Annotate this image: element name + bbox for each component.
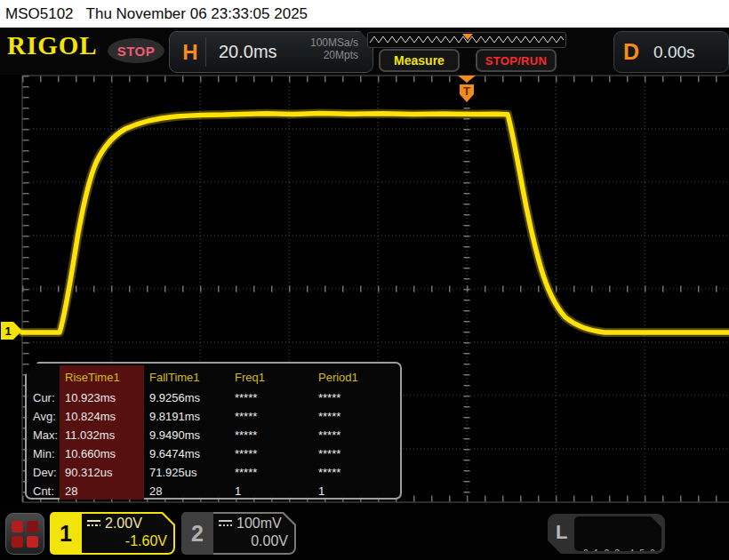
meas-value: 9.9490ms [144,428,229,442]
delay-value: 0.00s [653,43,694,62]
acquisition-info: 100MSa/s 20Mpts [310,36,358,61]
channel1-panel[interactable]: 1 2.00V -1.60V [50,512,175,555]
meas-value: 90.312us [60,463,144,482]
meas-value: ***** [229,447,313,460]
trigger-marker[interactable]: T [458,76,476,102]
waveform-overview-strip[interactable] [367,32,566,48]
channel1-number: 1 [50,512,82,555]
menu-grid-icon [27,521,38,532]
dc-coupling-icon [219,520,232,528]
digital-channels: 0 1 2 3 4 5 6 7 8 9 10 11 12 13 14 15 [574,516,661,551]
meas-value: ***** [229,466,313,479]
meas-col-risetime1[interactable]: RiseTime1 [60,365,144,388]
stop-run-button[interactable]: STOP/RUN [476,49,557,72]
channel-bar: 1 2.00V -1.60V 2 100mV 0.00V L 0 1 2 3 4… [0,505,729,560]
logic-analyzer-label: L [556,521,567,544]
digital-channels-row1: 0 1 2 3 4 5 6 7 [583,547,661,560]
timebase-value: 20.0ms [219,42,277,62]
rigol-logo: RIGOL [7,31,98,60]
menu-grid-icon [12,536,23,548]
meas-value: 71.925us [144,466,229,479]
menu-grid-icon [12,521,23,532]
meas-row-label: Dev: [27,466,60,479]
channel2-scale: 100mV [236,516,282,531]
delay-icon: D [623,39,639,65]
meas-value: 10.923ms [60,388,144,407]
run-state-badge: STOP [108,38,164,63]
meas-value: 28 [144,484,229,498]
ch1-level-marker-label: 1 [4,324,11,338]
channel2-panel[interactable]: 2 100mV 0.00V [181,512,296,555]
channel2-offset: 0.00V [219,532,288,550]
channel1-values: 2.00V -1.60V [87,515,167,550]
trigger-marker-label: T [463,84,470,98]
meas-value: ***** [313,410,400,423]
meas-value: 11.032ms [60,426,144,444]
meas-row-label: Min: [27,447,60,460]
measurement-table: RiseTime1 FallTime1 Freq1 Period1 Cur: 1… [25,362,402,500]
model-name: MSO5102 [5,5,74,23]
menu-button[interactable] [5,513,44,555]
sample-rate: 100MSa/s [310,36,358,49]
meas-value: 10.660ms [60,444,144,463]
meas-value: 10.824ms [60,407,144,426]
channel1-offset: -1.60V [87,532,167,550]
meas-value: ***** [229,410,313,423]
meas-col-freq1[interactable]: Freq1 [229,371,313,384]
delay-panel[interactable]: D 0.00s [613,31,729,73]
datetime: Thu November 06 23:33:05 2025 [86,5,308,23]
meas-col-period1[interactable]: Period1 [313,371,400,384]
meas-value: 9.8191ms [144,410,229,423]
memory-depth: 20Mpts [310,49,358,61]
channel2-number: 2 [181,512,213,555]
channel2-scale-row: 100mV [219,515,288,532]
horizontal-icon: H [175,37,206,67]
meas-value: ***** [313,447,400,460]
ch1-level-marker[interactable]: 1 [1,322,22,340]
meas-value: ***** [313,466,400,479]
header-bar: RIGOL STOP H 20.0ms 100MSa/s 20Mpts Meas… [0,28,729,75]
logic-analyzer-panel[interactable]: L 0 1 2 3 4 5 6 7 8 9 10 11 12 13 14 15 [548,514,665,554]
meas-value: 1 [313,484,400,498]
channel2-values: 100mV 0.00V [219,515,288,550]
meas-value: ***** [229,391,313,404]
channel1-scale: 2.00V [105,516,142,531]
meas-row-label: Max: [27,428,60,442]
horizontal-panel[interactable]: H 20.0ms 100MSa/s 20Mpts [169,31,373,73]
title-bar: MSO5102 Thu November 06 23:33:05 2025 [0,0,729,28]
meas-value: 1 [229,484,313,498]
meas-value: 9.6474ms [144,447,229,460]
channel1-scale-row: 2.00V [87,515,167,532]
oscilloscope-screen: T 1 MSO5102 Thu November 06 23:33:05 202… [0,0,729,560]
ch1-trace [22,114,729,332]
meas-value: ***** [313,391,400,404]
meas-value: 28 [60,482,144,500]
measure-button[interactable]: Measure [379,49,460,72]
meas-row-label: Avg: [27,410,60,423]
meas-value: ***** [313,428,400,442]
meas-value: ***** [229,428,313,442]
meas-col-falltime1[interactable]: FallTime1 [144,371,229,384]
meas-row-label: Cur: [27,391,60,404]
menu-grid-icon [27,536,38,548]
meas-row-label: Cnt: [27,484,60,498]
dc-coupling-icon [87,520,100,528]
meas-value: 9.9256ms [144,391,229,404]
